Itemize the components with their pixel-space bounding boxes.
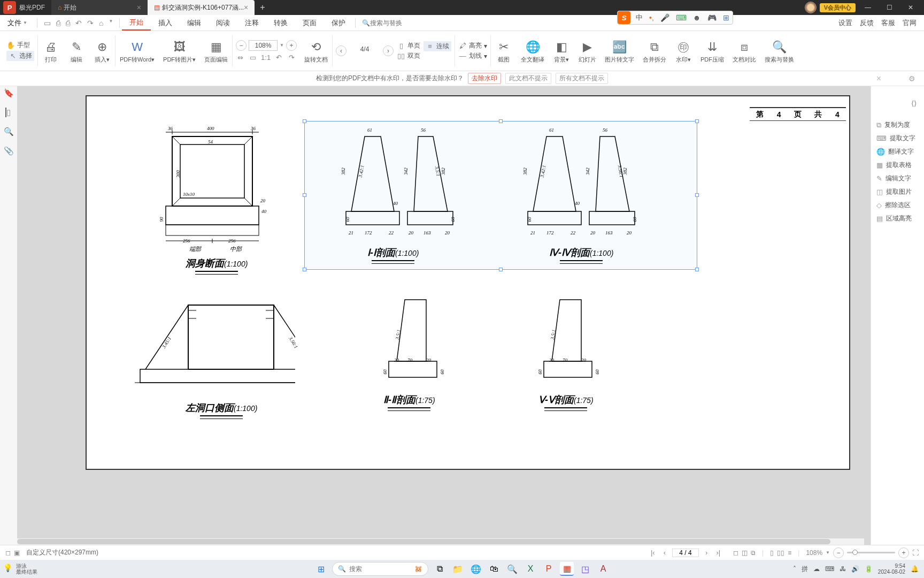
tab-home[interactable]: ⌂ 开始 ×: [51, 0, 148, 15]
tab-document[interactable]: ▤ 斜交涵洞实例-K106+077涵... ×: [148, 0, 255, 15]
layout-1-icon[interactable]: ◻: [733, 549, 738, 557]
btn-search-replace[interactable]: 🔍搜索与替换: [760, 31, 798, 71]
attachment-icon[interactable]: 📎: [4, 146, 14, 156]
ime-lang[interactable]: 中: [633, 13, 646, 22]
menu-tab-edit[interactable]: 编辑: [180, 15, 209, 31]
view-outline-icon[interactable]: ▣: [14, 549, 20, 557]
menu-tab-page[interactable]: 页面: [295, 15, 324, 31]
new-tab-button[interactable]: +: [255, 3, 270, 12]
menu-tab-convert[interactable]: 转换: [266, 15, 295, 31]
close-window-button[interactable]: ✕: [902, 1, 920, 14]
ime-toolbar[interactable]: S 中 •, 🎤 ⌨ ☻ 🎮 ⊞: [617, 11, 733, 25]
btn-translate[interactable]: 🌐全文翻译: [517, 31, 549, 71]
page-input[interactable]: [672, 549, 699, 557]
btn-edit[interactable]: ✎编辑: [64, 31, 89, 71]
btn-pdf2word[interactable]: WPDF转Word▾: [116, 31, 159, 71]
btn-rotate-doc[interactable]: ⟲旋转文档: [300, 31, 332, 71]
ime-grid-icon[interactable]: ⊞: [720, 13, 733, 22]
redo-icon[interactable]: ↷: [87, 19, 94, 27]
fit-page-icon[interactable]: ▭: [249, 54, 257, 62]
rotate-cw-icon[interactable]: ↷: [287, 54, 296, 62]
tray-volume-icon[interactable]: 🔊: [851, 565, 859, 573]
ime-punct-icon[interactable]: •,: [646, 13, 657, 22]
vip-button[interactable]: V会员中心: [820, 3, 856, 12]
excel-icon[interactable]: X: [523, 562, 537, 576]
prev-page-button[interactable]: ‹: [661, 549, 668, 557]
app-icon-purple[interactable]: ◳: [578, 562, 592, 576]
tray-input-icon[interactable]: ⌨: [825, 565, 834, 573]
menu-tab-insert[interactable]: 插入: [151, 15, 180, 31]
prev-page-button[interactable]: ‹: [336, 45, 346, 56]
powerpoint-icon[interactable]: P: [542, 562, 556, 576]
next-page-button[interactable]: ›: [703, 549, 710, 557]
ctx-copy[interactable]: ⧉复制为度: [871, 118, 924, 132]
btn-watermark[interactable]: ㊞水印▾: [671, 31, 696, 71]
menu-tab-comment[interactable]: 注释: [237, 15, 266, 31]
tray-chevron-icon[interactable]: ˄: [793, 565, 796, 573]
zoom-value[interactable]: 108%: [249, 40, 278, 51]
store-icon[interactable]: 🛍: [487, 562, 501, 576]
explorer-icon[interactable]: 📁: [451, 562, 465, 576]
tool-select[interactable]: ↖选择: [6, 51, 34, 61]
zoom-in-button[interactable]: +: [286, 40, 297, 51]
ctx-edit-text[interactable]: ✎编辑文字: [871, 172, 924, 185]
taskview-icon[interactable]: ⧉: [433, 562, 446, 576]
caret-down-icon[interactable]: ▼: [109, 19, 113, 27]
btn-ocr[interactable]: 🔤图片转文字: [600, 31, 638, 71]
next-page-button[interactable]: ›: [383, 45, 394, 56]
ctx-highlight-region[interactable]: ▤区域高亮: [871, 212, 924, 225]
autocad-icon[interactable]: A: [596, 562, 610, 576]
panel-toggle-icon[interactable]: ⟨⟩: [911, 99, 917, 108]
selection-rectangle[interactable]: [304, 121, 697, 270]
menu-tab-read[interactable]: 阅读: [209, 15, 237, 31]
btn-compare[interactable]: ⧈文档对比: [728, 31, 760, 71]
ime-smiley-icon[interactable]: ☻: [690, 13, 704, 22]
taskbar-clock[interactable]: 9:54 2024-08-02: [878, 563, 905, 575]
tool-hand[interactable]: ✋手型: [6, 41, 30, 50]
view-normal-icon[interactable]: ◻: [5, 549, 11, 557]
print-icon[interactable]: ⎙: [66, 19, 70, 27]
zoom-percent[interactable]: 108%: [806, 549, 822, 557]
file-menu-button[interactable]: 文件 ▼: [0, 15, 35, 31]
view-single-page[interactable]: ▯单页: [397, 41, 420, 50]
notif-remove-button[interactable]: 去除水印: [468, 73, 501, 84]
rotate-ccw-icon[interactable]: ↶: [274, 54, 283, 62]
ctx-translate[interactable]: 🌐翻译文字: [871, 145, 924, 158]
btn-print[interactable]: 🖨打印: [38, 31, 64, 71]
btn-page-edit[interactable]: ▦页面编辑: [200, 31, 232, 71]
minimize-button[interactable]: —: [859, 1, 877, 14]
btn-merge-split[interactable]: ⧉合并拆分: [638, 31, 671, 71]
first-page-button[interactable]: |‹: [649, 549, 657, 557]
taskbar-search[interactable]: 🔍 搜索 🐹: [332, 562, 428, 576]
view-continuous[interactable]: ≡连续: [424, 41, 451, 51]
maximize-button[interactable]: ☐: [880, 1, 898, 14]
edge-icon[interactable]: 🌐: [469, 562, 483, 576]
notif-hide-all-button[interactable]: 所有文档不提示: [556, 73, 608, 84]
btn-insert[interactable]: ⊕插入▾: [89, 31, 115, 71]
menu-tab-start[interactable]: 开始: [122, 15, 151, 31]
zoom-out-button[interactable]: −: [236, 40, 247, 51]
ime-voice-icon[interactable]: 🎤: [657, 13, 673, 22]
btn-background[interactable]: ◧背景▾: [549, 31, 574, 71]
btn-line[interactable]: —划线▾: [458, 51, 487, 60]
view-double-icon[interactable]: ▯▯: [777, 549, 784, 557]
search-input[interactable]: [370, 19, 434, 27]
menu-settings[interactable]: 设置: [838, 18, 852, 28]
ime-keyboard-icon[interactable]: ⌨: [673, 13, 690, 22]
search-box[interactable]: 🔍: [362, 19, 434, 27]
user-avatar[interactable]: [805, 2, 817, 13]
undo-icon[interactable]: ↶: [75, 19, 82, 27]
bookmark-icon[interactable]: 🔖: [4, 88, 14, 98]
tray-network-icon[interactable]: 🖧: [840, 565, 846, 573]
thumbnails-icon[interactable]: ▯: [5, 108, 12, 117]
btn-highlight[interactable]: 🖍高亮▾: [458, 41, 487, 50]
zoom-slider[interactable]: [847, 552, 895, 553]
menu-website[interactable]: 官网: [903, 18, 917, 28]
btn-slideshow[interactable]: ▶幻灯片: [574, 31, 600, 71]
notifications-icon[interactable]: 🔔: [911, 565, 919, 573]
fit-width-icon[interactable]: ⇔: [236, 54, 244, 62]
document-viewport[interactable]: 第4页 共4 400 36 36 54 300 10x10 20 40 90 2…: [17, 86, 871, 560]
btn-pdf2img[interactable]: 🖼PDF转图片▾: [159, 31, 200, 71]
assistant-icon[interactable]: 💡: [3, 564, 14, 574]
horizontal-scrollbar[interactable]: [17, 538, 864, 545]
